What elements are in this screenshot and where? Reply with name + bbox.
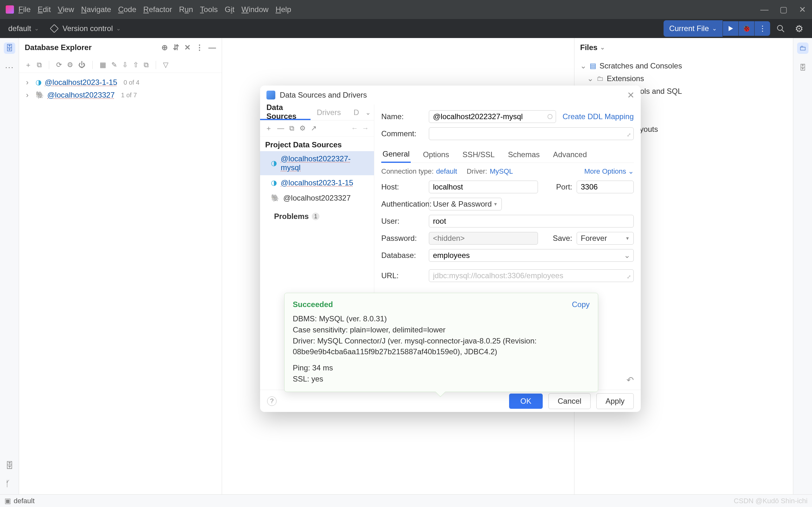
tree-caret-icon[interactable]: ⌄ xyxy=(587,74,594,83)
name-input[interactable] xyxy=(429,110,556,123)
url-input-field[interactable] xyxy=(433,271,629,280)
stop-button[interactable]: ⏻ xyxy=(78,61,85,69)
window-maximize-button[interactable]: ▢ xyxy=(774,0,793,19)
project-selector[interactable]: default ⌄ xyxy=(5,22,42,35)
debug-button[interactable]: 🐞 xyxy=(739,21,754,36)
menu-git[interactable]: Git xyxy=(225,5,235,14)
port-input-field[interactable] xyxy=(581,182,629,191)
chevron-down-icon[interactable]: ⌄ xyxy=(600,44,605,51)
database-input-field[interactable] xyxy=(433,251,624,260)
window-minimize-button[interactable]: — xyxy=(755,0,774,19)
user-input-field[interactable] xyxy=(433,217,629,226)
database-input[interactable] xyxy=(429,249,634,262)
help-button[interactable]: ? xyxy=(267,396,276,406)
add-button[interactable]: ＋ xyxy=(265,124,272,133)
download-button[interactable]: ⇩ xyxy=(122,61,128,69)
make-global-button[interactable]: ↗ xyxy=(311,124,316,132)
name-input-field[interactable] xyxy=(433,112,552,121)
list-item[interactable]: 🐘 @localhost2023327 xyxy=(260,190,374,206)
tool-window-files-button[interactable]: 🗀 xyxy=(797,43,809,54)
database-tree[interactable]: › ◑ @localhost2023-1-15 0 of 4 › 🐘 @loca… xyxy=(19,73,222,105)
menu-edit[interactable]: Edit xyxy=(38,5,51,14)
conn-type-link[interactable]: default xyxy=(436,167,457,176)
save-select[interactable]: Forever ▼ xyxy=(577,232,634,245)
settings-button[interactable]: ⚙ xyxy=(299,124,306,132)
status-project-name[interactable]: default xyxy=(14,497,35,505)
host-input-field[interactable] xyxy=(433,182,534,191)
tab-advanced[interactable]: Advanced xyxy=(552,147,589,162)
more-options-link[interactable]: More Options ⌄ xyxy=(584,167,634,176)
remove-button[interactable]: — xyxy=(277,124,284,132)
run-button[interactable] xyxy=(722,21,739,36)
menu-navigate[interactable]: Navigate xyxy=(81,5,111,14)
duplicate-button[interactable]: ⧉ xyxy=(37,61,42,69)
menu-code[interactable]: Code xyxy=(118,5,136,14)
user-input[interactable] xyxy=(429,215,634,228)
tab-schemas[interactable]: Schemas xyxy=(507,147,541,162)
tool-window-database-button[interactable]: 🗄 xyxy=(4,43,15,54)
comment-input[interactable]: ⤢ xyxy=(429,127,634,140)
ddl-button[interactable]: ⧉ xyxy=(144,61,149,69)
expand-icon[interactable]: ⤢ xyxy=(627,274,631,280)
nav-forward-button[interactable]: → xyxy=(362,124,369,132)
tree-item-extensions[interactable]: ⌄ 🗀 Extensions xyxy=(579,72,789,85)
menu-view[interactable]: View xyxy=(58,5,74,14)
tabs-overflow-icon[interactable]: ⌄ xyxy=(365,109,371,116)
color-indicator-icon[interactable] xyxy=(548,114,553,119)
tool-window-db-button[interactable]: 🗄 xyxy=(797,62,809,73)
add-datasource-button[interactable]: ＋ xyxy=(25,60,32,70)
nav-back-button[interactable]: ← xyxy=(351,124,358,132)
edit-button[interactable]: ✎ xyxy=(111,61,117,69)
panel-options-icon[interactable]: ⋮ xyxy=(196,43,203,52)
list-item[interactable]: ◑ @localhost2022327-mysql xyxy=(260,151,374,175)
duplicate-button[interactable]: ⧉ xyxy=(289,124,294,132)
auth-select[interactable]: User & Password ▼ xyxy=(429,198,502,210)
tool-window-more-button[interactable]: ⋯ xyxy=(5,62,14,72)
password-input[interactable] xyxy=(429,232,538,245)
driver-link[interactable]: MySQL xyxy=(490,167,513,176)
dialog-close-button[interactable]: ✕ xyxy=(627,90,635,101)
run-more-button[interactable]: ⋮ xyxy=(754,21,770,36)
tree-caret-icon[interactable]: ⌄ xyxy=(580,61,587,70)
refresh-button[interactable]: ⟳ xyxy=(56,61,62,69)
menu-tools[interactable]: Tools xyxy=(200,5,218,14)
tab-general[interactable]: General xyxy=(381,147,411,163)
tab-ddl[interactable]: D xyxy=(347,105,365,120)
tab-data-sources[interactable]: Data Sources xyxy=(260,105,310,120)
host-input[interactable] xyxy=(429,181,538,193)
upload-button[interactable]: ⇧ xyxy=(133,61,139,69)
copy-link[interactable]: Copy xyxy=(572,300,590,309)
cancel-button[interactable]: Cancel xyxy=(548,393,591,409)
search-everywhere-button[interactable] xyxy=(773,20,789,37)
version-control-selector[interactable]: Version control ⌄ xyxy=(48,22,124,35)
tree-item-scratches[interactable]: ⌄ ▤ Scratches and Consoles xyxy=(579,60,789,72)
ide-settings-button[interactable]: ⚙ xyxy=(791,20,807,37)
menu-help[interactable]: Help xyxy=(275,5,291,14)
sort-icon[interactable]: ⇵ xyxy=(173,43,179,52)
tree-caret-icon[interactable]: › xyxy=(26,91,32,100)
services-tool-button[interactable]: 🗄 xyxy=(5,461,14,470)
target-icon[interactable]: ⊕ xyxy=(161,43,168,52)
run-config-selector[interactable]: Current File ⌄ xyxy=(664,20,722,37)
apply-button[interactable]: Apply xyxy=(596,393,634,409)
database-tree-item[interactable]: › ◑ @localhost2023-1-15 0 of 4 xyxy=(25,76,216,89)
revert-button[interactable]: ↶ xyxy=(626,375,634,385)
tree-caret-icon[interactable]: › xyxy=(26,78,32,87)
expand-icon[interactable]: ⤢ xyxy=(627,132,631,138)
properties-button[interactable]: ⚙ xyxy=(67,61,73,69)
menu-window[interactable]: Window xyxy=(241,5,268,14)
url-input[interactable]: ⤢ xyxy=(429,269,634,282)
comment-input-field[interactable] xyxy=(433,129,629,138)
ok-button[interactable]: OK xyxy=(509,394,543,409)
menu-refactor[interactable]: Refactor xyxy=(143,5,172,14)
menu-run[interactable]: Run xyxy=(179,5,193,14)
tab-options[interactable]: Options xyxy=(421,147,450,162)
port-input[interactable] xyxy=(577,181,634,193)
password-input-field[interactable] xyxy=(433,234,534,243)
jump-to-console-button[interactable]: ▦ xyxy=(100,61,106,69)
database-tree-item[interactable]: › 🐘 @localhost2023327 1 of 7 xyxy=(25,89,216,101)
tab-drivers[interactable]: Drivers xyxy=(310,105,347,120)
tab-sshssl[interactable]: SSH/SSL xyxy=(461,147,496,162)
minimize-panel-icon[interactable]: — xyxy=(208,43,216,52)
problems-section[interactable]: Problems 1 xyxy=(260,206,374,224)
